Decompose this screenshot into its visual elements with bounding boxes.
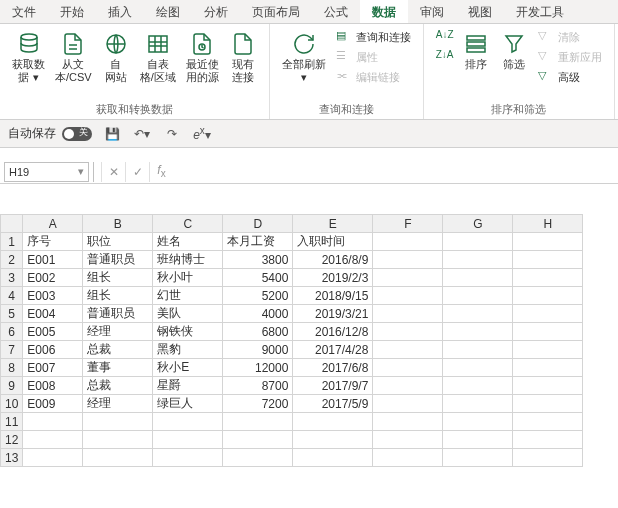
cells-table[interactable]: ABCDEFGH1序号职位姓名本月工资入职时间2E001普通职员班纳博士3800… [0, 214, 583, 467]
cell-A4[interactable]: E003 [23, 287, 83, 305]
name-box[interactable]: H19 ▾ [4, 162, 89, 182]
cell-E11[interactable] [293, 413, 373, 431]
row-header[interactable]: 12 [1, 431, 23, 449]
cell-G1[interactable] [443, 233, 513, 251]
cell-A10[interactable]: E009 [23, 395, 83, 413]
sort-asc-button[interactable]: A↓Z [432, 28, 456, 46]
cell-G10[interactable] [443, 395, 513, 413]
column-header-G[interactable]: G [443, 215, 513, 233]
cell-B11[interactable] [83, 413, 153, 431]
tab-审阅[interactable]: 审阅 [408, 0, 456, 23]
advanced-button[interactable]: ▽高级 [534, 68, 606, 86]
cell-D3[interactable]: 5400 [223, 269, 293, 287]
cell-B10[interactable]: 经理 [83, 395, 153, 413]
cell-C1[interactable]: 姓名 [153, 233, 223, 251]
row-header[interactable]: 9 [1, 377, 23, 395]
cell-G2[interactable] [443, 251, 513, 269]
get-data-button[interactable]: 获取数据 ▾ [8, 28, 49, 86]
cell-H5[interactable] [513, 305, 583, 323]
cell-C12[interactable] [153, 431, 223, 449]
cell-E9[interactable]: 2017/9/7 [293, 377, 373, 395]
cell-A11[interactable] [23, 413, 83, 431]
properties-button[interactable]: ☰属性 [332, 48, 415, 66]
cell-F6[interactable] [373, 323, 443, 341]
cell-B13[interactable] [83, 449, 153, 467]
cell-D9[interactable]: 8700 [223, 377, 293, 395]
cell-B9[interactable]: 总裁 [83, 377, 153, 395]
cell-G12[interactable] [443, 431, 513, 449]
cell-G6[interactable] [443, 323, 513, 341]
cell-G8[interactable] [443, 359, 513, 377]
row-header[interactable]: 5 [1, 305, 23, 323]
cell-H4[interactable] [513, 287, 583, 305]
select-all-corner[interactable] [1, 215, 23, 233]
tab-开发工具[interactable]: 开发工具 [504, 0, 576, 23]
cell-E3[interactable]: 2019/2/3 [293, 269, 373, 287]
column-header-D[interactable]: D [223, 215, 293, 233]
cell-F11[interactable] [373, 413, 443, 431]
tab-视图[interactable]: 视图 [456, 0, 504, 23]
cell-E6[interactable]: 2016/12/8 [293, 323, 373, 341]
cell-H3[interactable] [513, 269, 583, 287]
filter-button[interactable]: 筛选 [496, 28, 532, 73]
cell-D7[interactable]: 9000 [223, 341, 293, 359]
cell-E7[interactable]: 2017/4/28 [293, 341, 373, 359]
cell-D2[interactable]: 3800 [223, 251, 293, 269]
column-header-E[interactable]: E [293, 215, 373, 233]
cell-F10[interactable] [373, 395, 443, 413]
cell-F2[interactable] [373, 251, 443, 269]
from-table-button[interactable]: 自表格/区域 [136, 28, 180, 86]
cell-C13[interactable] [153, 449, 223, 467]
cell-B12[interactable] [83, 431, 153, 449]
tab-公式[interactable]: 公式 [312, 0, 360, 23]
cell-H1[interactable] [513, 233, 583, 251]
cell-E4[interactable]: 2018/9/15 [293, 287, 373, 305]
autosave-toggle[interactable]: 自动保存 关 [8, 125, 92, 142]
cell-D6[interactable]: 6800 [223, 323, 293, 341]
cell-E8[interactable]: 2017/6/8 [293, 359, 373, 377]
row-header[interactable]: 6 [1, 323, 23, 341]
enter-formula-button[interactable]: ✓ [125, 162, 149, 182]
cell-C9[interactable]: 星爵 [153, 377, 223, 395]
cell-C5[interactable]: 美队 [153, 305, 223, 323]
tab-页面布局[interactable]: 页面布局 [240, 0, 312, 23]
column-header-C[interactable]: C [153, 215, 223, 233]
cell-D11[interactable] [223, 413, 293, 431]
from-web-button[interactable]: 自网站 [98, 28, 134, 86]
cancel-formula-button[interactable]: ✕ [101, 162, 125, 182]
row-header[interactable]: 1 [1, 233, 23, 251]
cell-G4[interactable] [443, 287, 513, 305]
cell-H10[interactable] [513, 395, 583, 413]
cell-B3[interactable]: 组长 [83, 269, 153, 287]
cell-A3[interactable]: E002 [23, 269, 83, 287]
cell-A8[interactable]: E007 [23, 359, 83, 377]
cell-B2[interactable]: 普通职员 [83, 251, 153, 269]
cell-H13[interactable] [513, 449, 583, 467]
cell-D8[interactable]: 12000 [223, 359, 293, 377]
tab-绘图[interactable]: 绘图 [144, 0, 192, 23]
cell-A6[interactable]: E005 [23, 323, 83, 341]
cell-E1[interactable]: 入职时间 [293, 233, 373, 251]
cell-G7[interactable] [443, 341, 513, 359]
cell-H12[interactable] [513, 431, 583, 449]
cell-B7[interactable]: 总裁 [83, 341, 153, 359]
recent-sources-button[interactable]: 最近使用的源 [182, 28, 223, 86]
insert-function-button[interactable]: fx [149, 162, 173, 182]
sort-desc-button[interactable]: Z↓A [432, 48, 456, 66]
cell-D12[interactable] [223, 431, 293, 449]
row-header[interactable]: 10 [1, 395, 23, 413]
column-header-B[interactable]: B [83, 215, 153, 233]
cell-G13[interactable] [443, 449, 513, 467]
cell-D10[interactable]: 7200 [223, 395, 293, 413]
reapply-button[interactable]: ▽重新应用 [534, 48, 606, 66]
from-csv-button[interactable]: 从文本/CSV [51, 28, 96, 86]
row-header[interactable]: 8 [1, 359, 23, 377]
row-header[interactable]: 4 [1, 287, 23, 305]
cell-B8[interactable]: 董事 [83, 359, 153, 377]
cell-A13[interactable] [23, 449, 83, 467]
row-header[interactable]: 3 [1, 269, 23, 287]
cell-F4[interactable] [373, 287, 443, 305]
cell-G9[interactable] [443, 377, 513, 395]
sort-button[interactable]: 排序 [458, 28, 494, 73]
cell-F1[interactable] [373, 233, 443, 251]
